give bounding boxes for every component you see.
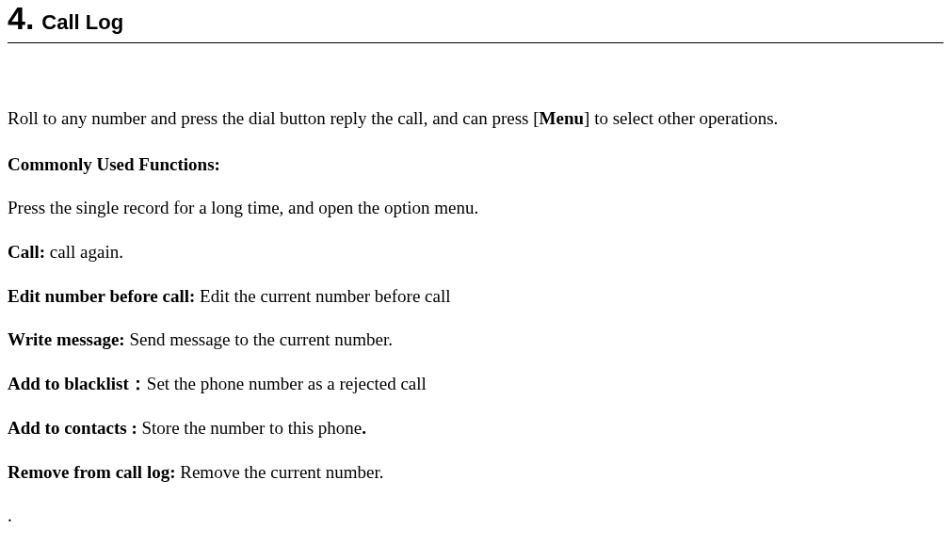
- function-trailing-bold: .: [362, 418, 366, 438]
- function-item-write-message: Write message: Send message to the curre…: [8, 328, 943, 352]
- function-desc: Set the phone number as a rejected call: [147, 374, 427, 393]
- function-desc: Store the number to this phone: [137, 418, 363, 438]
- function-item-add-blacklist: Add to blacklist：Set the phone number as…: [8, 373, 943, 396]
- longpress-text: Press the single record for a long time,…: [8, 198, 478, 217]
- intro-suffix: ] to select other operations.: [584, 108, 778, 128]
- function-label: Call:: [8, 242, 45, 262]
- content-body: Roll to any number and press the dial bu…: [8, 107, 943, 528]
- function-label: Remove from call log:: [8, 462, 176, 482]
- function-desc: Remove the current number.: [176, 462, 384, 482]
- function-item-remove-log: Remove from call log: Remove the current…: [8, 461, 943, 485]
- function-label: Add to contacts :: [8, 418, 137, 438]
- function-desc: Send message to the current number.: [125, 329, 393, 349]
- section-header: 4. Call Log: [8, 0, 943, 43]
- longpress-paragraph: Press the single record for a long time,…: [8, 197, 943, 220]
- intro-paragraph: Roll to any number and press the dial bu…: [8, 107, 943, 131]
- function-label: Add to blacklist：: [8, 374, 147, 393]
- trailing-dot-paragraph: .: [8, 504, 943, 528]
- intro-prefix: Roll to any number and press the dial bu…: [8, 108, 540, 128]
- commonly-used-heading: Commonly Used Functions:: [8, 153, 943, 177]
- function-label: Edit number before call:: [8, 286, 195, 306]
- function-item-add-contacts: Add to contacts : Store the number to th…: [8, 417, 943, 440]
- trailing-dot-text: .: [8, 505, 12, 525]
- section-title: Call Log: [41, 10, 123, 34]
- page-container: 4. Call Log Roll to any number and press…: [0, 0, 951, 528]
- commonly-used-heading-text: Commonly Used Functions:: [8, 154, 220, 174]
- function-desc: Edit the current number before call: [195, 286, 450, 306]
- function-item-edit-number: Edit number before call: Edit the curren…: [8, 285, 943, 309]
- function-item-call: Call: call again.: [8, 241, 943, 264]
- function-desc: call again.: [45, 242, 123, 262]
- intro-menu-word: Menu: [540, 108, 585, 128]
- function-label: Write message:: [8, 329, 125, 349]
- section-number: 4.: [8, 0, 34, 36]
